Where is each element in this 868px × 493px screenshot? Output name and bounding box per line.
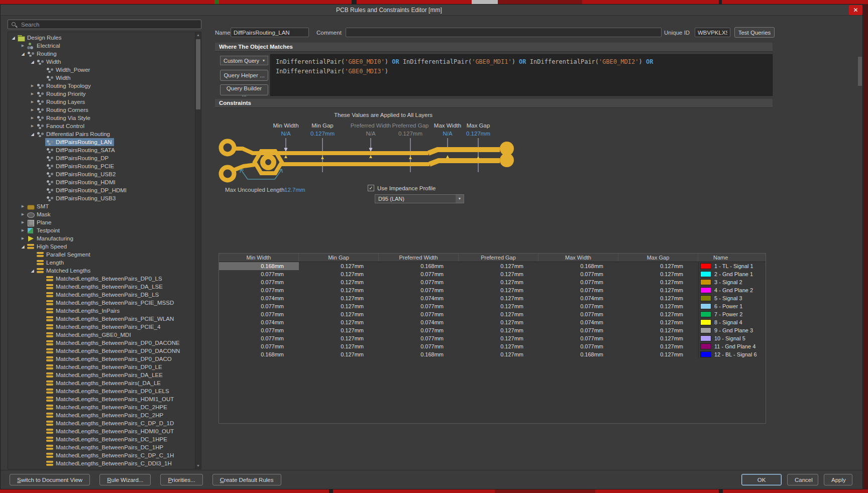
tree-item[interactable]: ▶SMT — [8, 202, 195, 210]
cell-layer-name[interactable]: 8 - Signal 4 — [698, 318, 766, 326]
tree-item[interactable]: DiffPairsRouting_DP_HDMI — [8, 186, 195, 194]
create-default-rules-button[interactable]: Create Default Rules — [212, 474, 281, 485]
expand-arrow-icon[interactable]: ▶ — [20, 228, 26, 232]
column-header-preferred-width[interactable]: Preferred Width — [379, 254, 459, 262]
tree-item[interactable]: MatchedLengths_BetweenPairs_DB_LS — [8, 291, 195, 299]
cell-preferred-width[interactable]: 0.074mm — [379, 294, 459, 302]
collapse-arrow-icon[interactable]: ◢ — [29, 60, 36, 64]
tree-item[interactable]: MatchedLengths_BetweenPairs_DA_LSE — [8, 283, 195, 291]
tree-item[interactable]: MatchedLengths_BetweenPairs_DP0_LE — [8, 363, 195, 371]
cell-min-width[interactable]: 0.074mm — [219, 294, 299, 302]
cell-max-gap[interactable]: 0.127mm — [618, 302, 698, 310]
cell-preferred-width[interactable]: 0.074mm — [379, 318, 459, 326]
tree-item[interactable]: DiffPairsRouting_PCIE — [8, 162, 195, 170]
cell-min-gap[interactable]: 0.127mm — [299, 294, 379, 302]
cell-min-width[interactable]: 0.168mm — [219, 350, 299, 358]
tree-item[interactable]: DiffPairsRouting_USB3 — [8, 194, 195, 202]
max-uncoupled-length-value[interactable]: 12.7mm — [284, 187, 305, 193]
tree-item[interactable]: MatchedLengths_BetweenPairs_HDMI0_OUT — [8, 427, 195, 435]
table-row[interactable]: 0.074mm0.127mm0.074mm0.127mm0.074mm0.127… — [219, 318, 766, 326]
tree-item[interactable]: Width — [8, 74, 195, 82]
cell-max-gap[interactable]: 0.127mm — [618, 310, 698, 318]
tree-item[interactable]: MatchedLengths_BetweenPairs_DP0_DACONE — [8, 339, 195, 347]
cell-preferred-gap[interactable]: 0.127mm — [459, 342, 538, 350]
dialog-titlebar[interactable]: PCB Rules and Constraints Editor [mm] ✕ — [1, 5, 862, 16]
cell-max-width[interactable]: 0.077mm — [538, 302, 618, 310]
table-row[interactable]: 0.077mm0.127mm0.077mm0.127mm0.077mm0.127… — [219, 334, 766, 342]
expand-arrow-icon[interactable]: ▶ — [29, 92, 36, 96]
tree-item[interactable]: ▶Plane — [8, 218, 195, 226]
test-queries-button[interactable]: Test Queries — [734, 27, 775, 38]
cell-max-width[interactable]: 0.077mm — [538, 334, 618, 342]
cell-min-gap[interactable]: 0.127mm — [299, 262, 379, 270]
cell-max-gap[interactable]: 0.127mm — [618, 318, 698, 326]
cell-min-gap[interactable]: 0.127mm — [299, 302, 379, 310]
tree-item[interactable]: Length — [8, 259, 195, 267]
tree-item[interactable]: ◢Differential Pairs Routing — [8, 130, 195, 138]
cell-max-gap[interactable]: 0.127mm — [618, 342, 698, 350]
cancel-button[interactable]: Cancel — [787, 474, 818, 485]
cell-layer-name[interactable]: 3 - Signal 2 — [698, 278, 766, 286]
cell-min-gap[interactable]: 0.127mm — [299, 350, 379, 358]
cell-min-width[interactable]: 0.077mm — [219, 286, 299, 294]
tree-item[interactable]: MatchedLengths_BetweenPairs(_DA_LE — [8, 379, 195, 387]
cell-preferred-width[interactable]: 0.077mm — [379, 302, 459, 310]
cell-max-gap[interactable]: 0.127mm — [618, 326, 698, 334]
cell-layer-name[interactable]: 6 - Power 1 — [698, 302, 766, 310]
tree-item[interactable]: ▶Routing Priority — [8, 90, 195, 98]
cell-max-width[interactable]: 0.077mm — [538, 342, 618, 350]
tree-item[interactable]: MatchedLengths_BetweenPairs_HDMI1_OUT — [8, 395, 195, 403]
cell-min-width[interactable]: 0.077mm — [219, 302, 299, 310]
expand-arrow-icon[interactable]: ▶ — [29, 124, 36, 128]
collapse-arrow-icon[interactable]: ◢ — [29, 132, 36, 137]
tree-item[interactable]: MatchedLengths_BetweenPairs_C_DP_D_1D — [8, 419, 195, 427]
tree-item[interactable]: MatchedLengths_BetweenPairs_DP0_DACONN — [8, 347, 195, 355]
cell-preferred-gap[interactable]: 0.127mm — [459, 310, 538, 318]
tree-item[interactable]: ▶Electrical — [8, 42, 195, 50]
cell-min-gap[interactable]: 0.127mm — [299, 286, 379, 294]
cell-preferred-width[interactable]: 0.168mm — [379, 262, 459, 270]
cell-min-width[interactable]: 0.077mm — [219, 278, 299, 286]
cell-min-width[interactable]: 0.077mm — [219, 334, 299, 342]
priorities-button[interactable]: Priorities... — [160, 474, 202, 485]
tree-item[interactable]: ◢Routing — [8, 50, 195, 58]
tree-item[interactable]: MatchedLengths_BetweenPairs_DP0_DACO — [8, 355, 195, 363]
cell-max-gap[interactable]: 0.127mm — [618, 334, 698, 342]
switch-to-document-view-button[interactable]: Switch to Document View — [10, 474, 90, 485]
cell-max-width[interactable]: 0.077mm — [538, 278, 618, 286]
cell-max-width[interactable]: 0.077mm — [538, 286, 618, 294]
cell-min-gap[interactable]: 0.127mm — [299, 334, 379, 342]
expand-arrow-icon[interactable]: ▶ — [20, 204, 26, 208]
cell-min-gap[interactable]: 0.127mm — [299, 318, 379, 326]
tree-item[interactable]: ▶Routing Via Style — [8, 114, 195, 122]
cell-min-gap[interactable]: 0.127mm — [299, 326, 379, 334]
cell-preferred-gap[interactable]: 0.127mm — [459, 278, 538, 286]
rule-name-input[interactable] — [231, 28, 309, 37]
tree-scrollbar[interactable]: ▲ ▼ — [195, 32, 201, 469]
expand-arrow-icon[interactable]: ▶ — [20, 44, 26, 48]
table-row[interactable]: 0.077mm0.127mm0.077mm0.127mm0.077mm0.127… — [219, 270, 766, 278]
cell-layer-name[interactable]: 12 - BL - Signal 6 — [698, 350, 766, 358]
cell-max-gap[interactable]: 0.127mm — [618, 350, 698, 358]
tree-item[interactable]: Width_Power — [8, 66, 195, 74]
cell-max-gap[interactable]: 0.127mm — [618, 286, 698, 294]
tree-item[interactable]: MatchedLengths_BetweenPairs_PCIE_MSSD — [8, 299, 195, 307]
column-header-name[interactable]: Name — [698, 254, 766, 262]
tree-item[interactable]: MatchedLengths_BetweenPairs_C_DP_C_1H — [8, 451, 195, 459]
cell-min-gap[interactable]: 0.127mm — [299, 278, 379, 286]
tree-item[interactable]: ▶Fanout Control — [8, 122, 195, 130]
tree-item[interactable]: MatchedLengths_InPairs — [8, 307, 195, 315]
cell-max-gap[interactable]: 0.127mm — [618, 262, 698, 270]
tree-item[interactable]: MatchedLengths_BetweenPairs_PCIE_4 — [8, 323, 195, 331]
tree-item[interactable]: DiffPairsRouting_HDMI — [8, 178, 195, 186]
cell-preferred-width[interactable]: 0.077mm — [379, 342, 459, 350]
cell-preferred-gap[interactable]: 0.127mm — [459, 270, 538, 278]
cell-preferred-gap[interactable]: 0.127mm — [459, 286, 538, 294]
cell-max-width[interactable]: 0.077mm — [538, 270, 618, 278]
column-header-max-gap[interactable]: Max Gap — [618, 254, 698, 262]
tree-item[interactable]: ▶Testpoint — [8, 226, 195, 234]
cell-preferred-width[interactable]: 0.168mm — [379, 350, 459, 358]
expand-arrow-icon[interactable]: ▶ — [29, 84, 36, 88]
cell-layer-name[interactable]: 9 - Gnd Plane 3 — [698, 326, 766, 334]
collapse-arrow-icon[interactable]: ◢ — [29, 269, 36, 273]
